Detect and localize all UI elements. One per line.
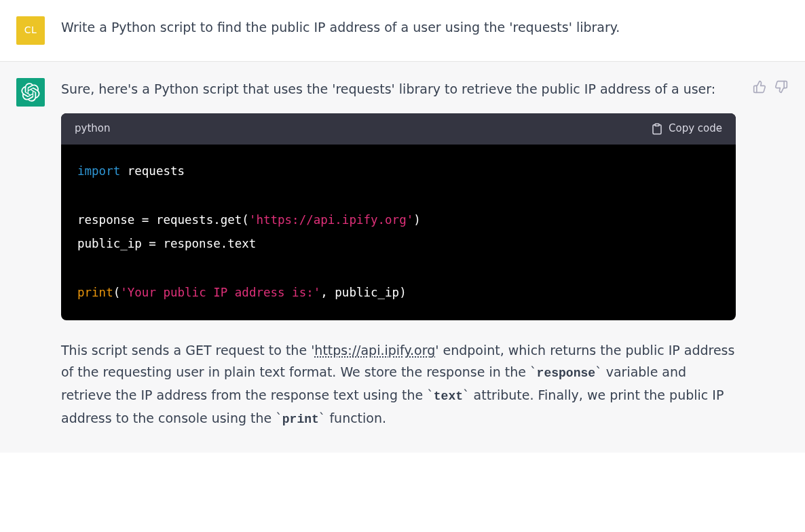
assistant-avatar (16, 78, 45, 107)
endpoint-url[interactable]: https://api.ipify.org (314, 343, 435, 358)
user-avatar: CL (16, 16, 45, 45)
inline-code-response: response (537, 366, 596, 380)
copy-code-label: Copy code (669, 120, 722, 138)
inline-code-print: print (282, 413, 319, 426)
assistant-message-content: Sure, here's a Python script that uses t… (61, 78, 736, 436)
assistant-message-row: Sure, here's a Python script that uses t… (0, 62, 805, 453)
assistant-explanation: This script sends a GET request to the '… (61, 339, 736, 430)
feedback-actions (752, 78, 789, 436)
code-block-header: python Copy code (61, 113, 736, 145)
thumbs-up-button[interactable] (752, 79, 767, 94)
svg-rect-0 (655, 124, 659, 126)
assistant-intro-text: Sure, here's a Python script that uses t… (61, 78, 736, 100)
explanation-fragment: This script sends a GET request to the ' (61, 343, 314, 358)
inline-code-text: text (434, 390, 463, 403)
code-language-label: python (75, 120, 110, 138)
code-content[interactable]: import requests response = requests.get(… (61, 145, 736, 320)
openai-logo-icon (21, 83, 40, 102)
clipboard-icon (651, 123, 663, 135)
code-block: python Copy code import requests respons… (61, 113, 736, 320)
user-message-row: CL Write a Python script to find the pub… (0, 0, 805, 62)
thumbs-up-icon (753, 80, 766, 94)
copy-code-button[interactable]: Copy code (651, 120, 722, 138)
thumbs-down-icon (774, 80, 788, 94)
explanation-fragment: function. (325, 411, 386, 425)
user-message-text: Write a Python script to find the public… (61, 16, 789, 45)
thumbs-down-button[interactable] (774, 79, 789, 94)
